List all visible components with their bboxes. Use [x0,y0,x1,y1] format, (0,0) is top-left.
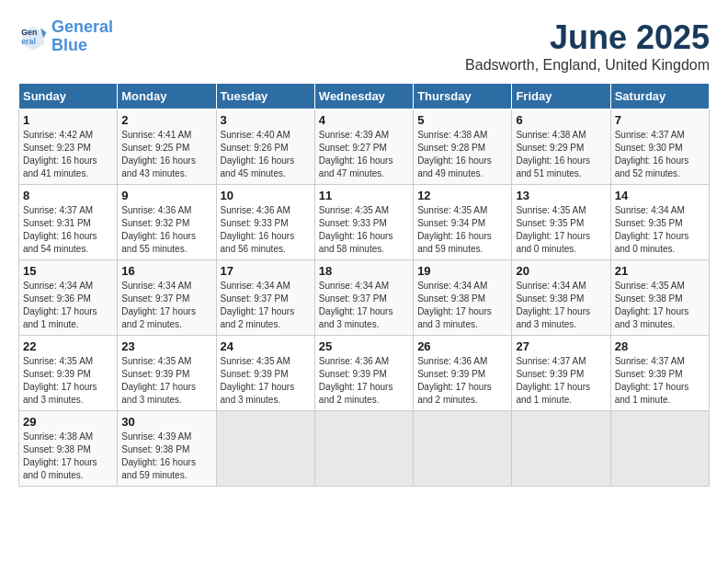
day-number: 8 [23,189,113,202]
day-number: 23 [121,339,211,353]
calendar-week-1: 1Sunrise: 4:42 AMSunset: 9:23 PMDaylight… [19,109,710,185]
weekday-wednesday: Wednesday [314,84,413,109]
weekday-monday: Monday [118,84,216,109]
header: Gen eral General Blue June 2025 Badswort… [18,18,710,74]
calendar-cell [414,411,512,487]
logo-icon: Gen eral [18,22,48,52]
calendar-week-3: 15Sunrise: 4:34 AMSunset: 9:36 PMDayligh… [19,260,710,336]
day-info: Sunrise: 4:38 AMSunset: 9:28 PMDaylight:… [417,129,507,180]
day-info: Sunrise: 4:34 AMSunset: 9:38 PMDaylight:… [417,280,507,331]
calendar-cell: 14Sunrise: 4:34 AMSunset: 9:35 PMDayligh… [610,185,709,260]
day-info: Sunrise: 4:35 AMSunset: 9:39 PMDaylight:… [221,355,311,407]
weekday-thursday: Thursday [414,84,512,109]
day-info: Sunrise: 4:38 AMSunset: 9:38 PMDaylight:… [23,431,113,482]
day-info: Sunrise: 4:35 AMSunset: 9:38 PMDaylight:… [615,280,705,331]
calendar-cell: 13Sunrise: 4:35 AMSunset: 9:35 PMDayligh… [512,185,610,260]
day-number: 19 [417,264,507,278]
calendar-cell: 5Sunrise: 4:38 AMSunset: 9:28 PMDaylight… [414,109,512,185]
day-info: Sunrise: 4:40 AMSunset: 9:26 PMDaylight:… [221,129,311,180]
day-info: Sunrise: 4:39 AMSunset: 9:27 PMDaylight:… [319,129,409,180]
day-info: Sunrise: 4:37 AMSunset: 9:30 PMDaylight:… [615,129,705,180]
calendar-cell: 23Sunrise: 4:35 AMSunset: 9:39 PMDayligh… [118,336,216,411]
day-number: 18 [319,264,409,278]
day-info: Sunrise: 4:34 AMSunset: 9:37 PMDaylight:… [221,280,311,331]
day-number: 30 [121,415,211,429]
svg-text:Gen: Gen [21,28,37,37]
calendar-cell: 1Sunrise: 4:42 AMSunset: 9:23 PMDaylight… [19,109,118,185]
day-info: Sunrise: 4:34 AMSunset: 9:37 PMDaylight:… [121,280,211,331]
calendar-cell: 8Sunrise: 4:37 AMSunset: 9:31 PMDaylight… [19,185,118,260]
day-number: 15 [23,264,113,278]
day-info: Sunrise: 4:36 AMSunset: 9:39 PMDaylight:… [319,355,409,407]
calendar-cell: 19Sunrise: 4:34 AMSunset: 9:38 PMDayligh… [414,260,512,336]
day-info: Sunrise: 4:36 AMSunset: 9:32 PMDaylight:… [121,204,211,256]
calendar-cell: 9Sunrise: 4:36 AMSunset: 9:32 PMDaylight… [118,185,216,260]
day-number: 2 [121,113,211,127]
calendar-cell [610,411,709,487]
calendar-cell: 11Sunrise: 4:35 AMSunset: 9:33 PMDayligh… [314,185,413,260]
weekday-saturday: Saturday [610,84,709,109]
day-info: Sunrise: 4:35 AMSunset: 9:34 PMDaylight:… [417,204,507,256]
day-info: Sunrise: 4:37 AMSunset: 9:39 PMDaylight:… [516,355,606,407]
calendar-cell: 25Sunrise: 4:36 AMSunset: 9:39 PMDayligh… [314,336,413,411]
calendar-cell: 22Sunrise: 4:35 AMSunset: 9:39 PMDayligh… [19,336,118,411]
day-number: 22 [23,339,113,353]
calendar-body: 1Sunrise: 4:42 AMSunset: 9:23 PMDaylight… [19,109,710,487]
calendar-cell: 3Sunrise: 4:40 AMSunset: 9:26 PMDaylight… [216,109,314,185]
title-area: June 2025 Badsworth, England, United Kin… [465,18,710,74]
day-number: 1 [23,113,113,127]
calendar-cell: 12Sunrise: 4:35 AMSunset: 9:34 PMDayligh… [414,185,512,260]
day-info: Sunrise: 4:38 AMSunset: 9:29 PMDaylight:… [516,129,606,180]
day-info: Sunrise: 4:35 AMSunset: 9:39 PMDaylight:… [23,355,113,407]
day-number: 10 [221,189,311,202]
calendar-cell: 7Sunrise: 4:37 AMSunset: 9:30 PMDaylight… [610,109,709,185]
day-number: 6 [516,113,606,127]
day-info: Sunrise: 4:34 AMSunset: 9:38 PMDaylight:… [516,280,606,331]
day-number: 4 [319,113,409,127]
day-number: 21 [615,264,705,278]
day-info: Sunrise: 4:35 AMSunset: 9:35 PMDaylight:… [516,204,606,256]
calendar-cell: 29Sunrise: 4:38 AMSunset: 9:38 PMDayligh… [19,411,118,487]
day-info: Sunrise: 4:41 AMSunset: 9:25 PMDaylight:… [121,129,211,180]
day-number: 29 [23,415,113,429]
day-number: 20 [516,264,606,278]
day-number: 24 [221,339,311,353]
calendar-cell: 15Sunrise: 4:34 AMSunset: 9:36 PMDayligh… [19,260,118,336]
calendar-cell: 27Sunrise: 4:37 AMSunset: 9:39 PMDayligh… [512,336,610,411]
day-number: 9 [121,189,211,202]
svg-text:eral: eral [21,37,36,46]
day-info: Sunrise: 4:36 AMSunset: 9:33 PMDaylight:… [221,204,311,256]
day-info: Sunrise: 4:35 AMSunset: 9:39 PMDaylight:… [121,355,211,407]
location-title: Badsworth, England, United Kingdom [465,57,710,74]
logo: Gen eral General Blue [18,18,113,55]
calendar-cell: 16Sunrise: 4:34 AMSunset: 9:37 PMDayligh… [118,260,216,336]
calendar-cell [314,411,413,487]
day-number: 14 [615,189,705,202]
day-info: Sunrise: 4:35 AMSunset: 9:33 PMDaylight:… [319,204,409,256]
day-number: 28 [615,339,705,353]
calendar: SundayMondayTuesdayWednesdayThursdayFrid… [18,83,710,487]
calendar-cell: 6Sunrise: 4:38 AMSunset: 9:29 PMDaylight… [512,109,610,185]
calendar-cell: 28Sunrise: 4:37 AMSunset: 9:39 PMDayligh… [610,336,709,411]
calendar-week-2: 8Sunrise: 4:37 AMSunset: 9:31 PMDaylight… [19,185,710,260]
calendar-cell: 24Sunrise: 4:35 AMSunset: 9:39 PMDayligh… [216,336,314,411]
calendar-cell: 17Sunrise: 4:34 AMSunset: 9:37 PMDayligh… [216,260,314,336]
day-info: Sunrise: 4:34 AMSunset: 9:36 PMDaylight:… [23,280,113,331]
day-info: Sunrise: 4:34 AMSunset: 9:37 PMDaylight:… [319,280,409,331]
calendar-week-4: 22Sunrise: 4:35 AMSunset: 9:39 PMDayligh… [19,336,710,411]
day-number: 16 [121,264,211,278]
day-number: 27 [516,339,606,353]
day-number: 17 [221,264,311,278]
logo-text: General Blue [51,18,113,55]
calendar-cell [512,411,610,487]
day-number: 13 [516,189,606,202]
day-info: Sunrise: 4:42 AMSunset: 9:23 PMDaylight:… [23,129,113,180]
calendar-cell: 30Sunrise: 4:39 AMSunset: 9:38 PMDayligh… [118,411,216,487]
calendar-cell: 20Sunrise: 4:34 AMSunset: 9:38 PMDayligh… [512,260,610,336]
weekday-friday: Friday [512,84,610,109]
weekday-header-row: SundayMondayTuesdayWednesdayThursdayFrid… [19,84,710,109]
month-title: June 2025 [465,18,710,57]
day-info: Sunrise: 4:34 AMSunset: 9:35 PMDaylight:… [615,204,705,256]
day-info: Sunrise: 4:37 AMSunset: 9:31 PMDaylight:… [23,204,113,256]
calendar-header: SundayMondayTuesdayWednesdayThursdayFrid… [19,84,710,109]
